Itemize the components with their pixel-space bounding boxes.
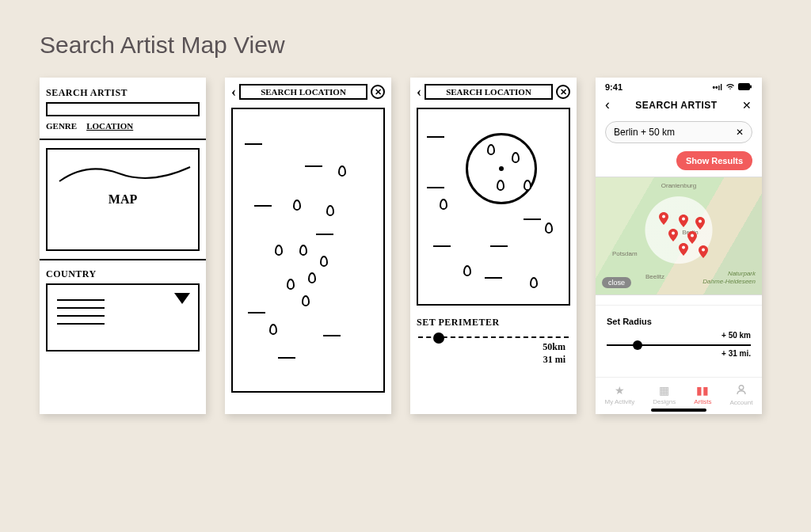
svg-point-2 xyxy=(662,215,665,218)
battery-icon xyxy=(738,83,752,92)
map-pin-icon[interactable] xyxy=(679,243,688,253)
svg-point-6 xyxy=(691,234,694,238)
set-perimeter-label: SET PERIMETER xyxy=(417,317,570,329)
slider-knob[interactable] xyxy=(433,332,444,344)
artists-icon: ▮▮ xyxy=(696,384,709,397)
map-pin-icon[interactable] xyxy=(699,245,708,255)
svg-point-5 xyxy=(672,232,675,235)
wireframe-3: ‹ SEARCH LOCATION ✕ SET PERIMETER xyxy=(410,78,577,414)
signal-icon: ••ıl xyxy=(712,83,722,92)
grid-icon: ▦ xyxy=(659,384,669,397)
tab-location[interactable]: LOCATION xyxy=(86,121,133,131)
svg-rect-1 xyxy=(750,85,752,88)
mockup-search-artist: 9:41 ••ıl ‹ SEARCH ARTIST ✕ Berlin + 50 … xyxy=(596,78,762,414)
radius-slider[interactable] xyxy=(607,344,751,346)
map-view[interactable]: Oranienburg Berlin Potsdam Naturpark Dah… xyxy=(596,177,762,295)
tab-artists[interactable]: ▮▮ Artists xyxy=(694,384,711,406)
map-city-label: Potsdam xyxy=(612,250,638,257)
map-pin-icon[interactable] xyxy=(687,231,697,241)
map-pin-icon[interactable] xyxy=(679,215,688,224)
close-button[interactable]: ✕ xyxy=(742,99,752,112)
back-button[interactable]: ‹ xyxy=(605,97,611,113)
map-park-label: Naturpark xyxy=(728,270,756,277)
map-placeholder[interactable]: MAP xyxy=(46,148,200,251)
map-with-pins[interactable] xyxy=(231,108,385,393)
country-label: COUNTRY xyxy=(46,268,200,280)
svg-point-7 xyxy=(682,245,685,249)
header-title: SEARCH LOCATION xyxy=(425,84,553,100)
tab-designs[interactable]: ▦ Designs xyxy=(653,384,676,406)
location-search-input[interactable]: Berlin + 50 km ✕ xyxy=(605,121,752,143)
svg-point-8 xyxy=(702,248,705,251)
page-title: Search Artist Map View xyxy=(40,32,771,59)
status-bar: 9:41 ••ıl xyxy=(596,78,762,93)
wireframe-2: ‹ SEARCH LOCATION ✕ xyxy=(225,78,391,414)
map-city-label: Oranienburg xyxy=(661,182,696,189)
svg-point-9 xyxy=(739,386,744,390)
country-dropdown[interactable] xyxy=(46,283,200,352)
star-icon: ★ xyxy=(615,384,625,397)
heading-search-artist: SEARCH ARTIST xyxy=(46,87,200,99)
search-value: Berlin + 50 km xyxy=(614,127,675,138)
map-pin-icon[interactable] xyxy=(695,217,705,226)
perimeter-mi: 31 mi xyxy=(417,354,565,367)
close-icon[interactable]: ✕ xyxy=(371,85,385,99)
tab-label: My Activity xyxy=(605,398,635,405)
slider-knob[interactable] xyxy=(633,340,642,350)
svg-rect-0 xyxy=(738,83,750,90)
close-icon[interactable]: ✕ xyxy=(556,85,570,99)
tab-genre[interactable]: GENRE xyxy=(46,121,77,131)
status-time: 9:41 xyxy=(605,82,623,92)
wifi-icon xyxy=(725,82,735,92)
radius-mi-value: + 31 mi. xyxy=(607,349,751,358)
perimeter-slider[interactable] xyxy=(418,336,569,338)
map-label: MAP xyxy=(109,192,137,207)
tab-my-activity[interactable]: ★ My Activity xyxy=(605,384,635,406)
header-title: SEARCH LOCATION xyxy=(239,84,367,100)
bottom-tab-bar: ★ My Activity ▦ Designs ▮▮ Artists Accou… xyxy=(596,377,762,414)
map-pin-icon[interactable] xyxy=(659,212,668,222)
tab-label: Account xyxy=(730,399,753,406)
wireframe-1: SEARCH ARTIST GENRE LOCATION MAP COUNTRY xyxy=(40,78,206,414)
radius-panel: Set Radius + 50 km + 31 mi. xyxy=(596,305,762,366)
tab-label: Artists xyxy=(694,398,711,405)
set-radius-label: Set Radius xyxy=(607,317,751,326)
home-indicator xyxy=(651,408,706,412)
map-park-label: Dahme-Heideseen xyxy=(702,278,756,285)
map-city-label: Beelitz xyxy=(645,273,664,280)
clear-icon[interactable]: ✕ xyxy=(736,127,744,138)
svg-point-4 xyxy=(699,220,702,223)
search-input[interactable] xyxy=(46,102,200,116)
back-icon[interactable]: ‹ xyxy=(231,85,236,99)
tab-account[interactable]: Account xyxy=(730,384,753,406)
back-icon[interactable]: ‹ xyxy=(417,85,421,99)
radius-circle xyxy=(466,133,537,204)
show-results-button[interactable]: Show Results xyxy=(676,151,752,170)
map-close-button[interactable]: close xyxy=(602,277,631,288)
map-pin-icon[interactable] xyxy=(668,229,678,238)
chevron-down-icon xyxy=(174,293,190,304)
radius-km-value: + 50 km xyxy=(607,331,751,340)
frames-row: SEARCH ARTIST GENRE LOCATION MAP COUNTRY… xyxy=(40,78,771,414)
account-icon xyxy=(736,384,747,397)
map-with-radius[interactable] xyxy=(417,108,570,306)
tab-label: Designs xyxy=(653,398,676,405)
header-title: SEARCH ARTIST xyxy=(635,100,717,111)
svg-point-3 xyxy=(682,218,685,221)
